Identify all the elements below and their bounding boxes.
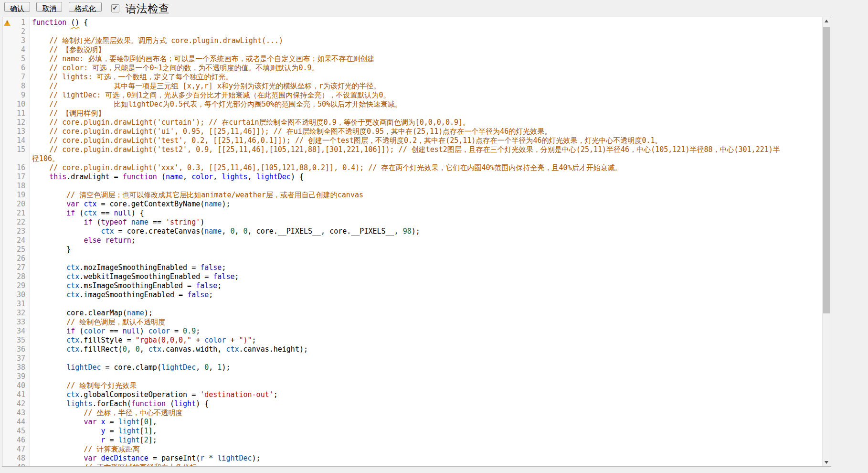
- code-token: core.clearMap(: [32, 309, 127, 317]
- code-line: 8 // 其中每一项是三元组 [x,y,r] x和y分别为该灯光的横纵坐标，r为…: [2, 82, 822, 91]
- syntax-check-label[interactable]: 语法检查: [126, 1, 169, 16]
- code-token: ctx: [84, 209, 96, 217]
- code-text: // lights: 可选，一个数组，定义了每个独立的灯光。: [32, 73, 233, 81]
- code-line: 20 var ctx = core.getContextByName(name)…: [2, 200, 822, 209]
- code-text: ctx.fillRect(0, 0, ctx.canvas.width, ctx…: [32, 345, 308, 354]
- scroll-down-button[interactable]: [823, 458, 831, 466]
- code-line: 32 core.clearMap(name);: [2, 309, 822, 318]
- code-token: [: [140, 427, 144, 435]
- lint-warning-icon[interactable]: [4, 20, 11, 26]
- code-token: [32, 218, 84, 226]
- code-token: [32, 427, 101, 435]
- code-token: lights: [66, 399, 92, 408]
- line-number: 24: [2, 236, 25, 245]
- code-token: lightDec: [161, 363, 196, 372]
- code-token: [: [140, 436, 144, 444]
- code-token: .globalCompositeOperation =: [79, 390, 200, 399]
- code-line: 44 var x = light[0],: [2, 418, 822, 427]
- scroll-up-button[interactable]: [823, 17, 831, 25]
- code-token: ;: [209, 290, 213, 299]
- code-token: this: [49, 172, 66, 181]
- line-number: 19: [2, 191, 25, 200]
- line-number: 3: [2, 36, 25, 45]
- code-token: // 坐标，半径，中心不透明度: [32, 408, 182, 417]
- code-line: 13 // core.plugin.drawLight('ui', 0.95, …: [2, 127, 822, 136]
- code-text: if (ctx == null) {: [32, 209, 144, 217]
- code-token: 0: [144, 418, 148, 426]
- code-text: }: [32, 245, 71, 254]
- code-token: .drawLight =: [66, 172, 122, 181]
- format-button[interactable]: 格式化: [69, 2, 102, 12]
- code-line: 40 // 绘制每个灯光效果: [2, 381, 822, 390]
- code-token: light: [174, 399, 196, 408]
- code-token: ctx: [66, 345, 79, 354]
- code-token: .msImageSmoothingEnabled =: [79, 281, 196, 290]
- code-token: .imageSmoothingEnabled =: [79, 290, 187, 299]
- line-number: 26: [2, 254, 25, 263]
- line-number: 25: [2, 245, 25, 254]
- code-token: ctx: [66, 290, 79, 299]
- code-token: (: [157, 172, 166, 181]
- line-number: 9: [2, 91, 25, 100]
- code-token: name: [127, 309, 144, 317]
- code-token: // 比如lightDec为0.5代表，每个灯光部分内圈50%的范围全亮，50%…: [32, 100, 402, 108]
- code-token: 0: [123, 345, 127, 354]
- code-token: [127, 218, 131, 226]
- syntax-check-checkbox[interactable]: ✓: [111, 4, 119, 12]
- code-token: // 计算衰减距离: [32, 445, 139, 453]
- line-number: 46: [2, 436, 25, 445]
- code-text: // 正方形区域的直径和左上角坐标: [32, 463, 197, 466]
- cancel-button[interactable]: 取消: [36, 2, 62, 12]
- code-token: var: [84, 454, 96, 462]
- code-token: ")": [239, 336, 252, 344]
- code-token: ) {: [291, 172, 304, 181]
- code-token: var: [84, 418, 96, 426]
- confirm-button[interactable]: 确认: [4, 2, 30, 12]
- vertical-scrollbar[interactable]: [822, 17, 831, 466]
- code-line: 1function () {: [2, 18, 822, 27]
- code-text: lights.forEach(function (light) {: [32, 399, 209, 408]
- code-text: // name: 必填，要绘制到的画布名；可以是一个系统画布，或者是个自定义画布…: [32, 54, 374, 63]
- scrollbar-thumb[interactable]: [823, 27, 830, 313]
- code-token: ,: [209, 363, 217, 372]
- code-text: // 坐标，半径，中心不透明度: [32, 408, 182, 417]
- code-token: // color: 可选，只能是一个0~1之间的数，为不透明度的值。不填则默认为…: [32, 64, 319, 72]
- code-line: 49 // 正方形区域的直径和左上角坐标: [2, 463, 822, 466]
- line-number: 5: [2, 54, 25, 64]
- line-number: 47: [2, 445, 25, 454]
- code-token: r: [101, 436, 106, 444]
- code-token: name: [166, 172, 183, 181]
- code-token: ctx: [148, 345, 161, 354]
- code-token: color: [84, 327, 105, 335]
- code-token: ],: [148, 427, 157, 435]
- code-text: ctx.fillStyle = "rgba(0,0,0," + color + …: [32, 336, 256, 344]
- code-text: // 【参数说明】: [32, 45, 105, 54]
- line-number: 11: [2, 109, 25, 118]
- code-line: 9 // lightDec: 可选，0到1之间，光从多少百分比才开始衰减（在此范…: [2, 91, 822, 100]
- code-token: *: [204, 454, 217, 462]
- code-token: }: [32, 245, 71, 254]
- code-token: x: [101, 418, 106, 426]
- code-token: .fillRect(: [79, 345, 122, 354]
- code-text: ctx = core.createCanvas(name, 0, 0, core…: [32, 227, 420, 236]
- code-lines[interactable]: 1function () {23 // 绘制灯光/漆黑层效果。调用方式 core…: [2, 18, 822, 466]
- line-number: 28: [2, 272, 25, 281]
- code-token: // core.plugin.drawLight('xxx', 0.3, [[2…: [32, 163, 622, 172]
- line-number: 21: [2, 209, 25, 218]
- code-token: ,: [183, 172, 191, 181]
- code-line: 42 lights.forEach(function (light) {: [2, 399, 822, 408]
- code-text: // core.plugin.drawLight('test', 0.2, [[…: [32, 136, 662, 145]
- code-token: ) {: [131, 209, 144, 217]
- code-token: false: [196, 281, 217, 290]
- code-token: [66, 18, 71, 27]
- code-line: 16 // core.plugin.drawLight('xxx', 0.3, …: [2, 163, 822, 172]
- code-token: ) {: [196, 399, 209, 408]
- code-line: 31: [2, 300, 822, 309]
- line-number: 15: [2, 145, 25, 154]
- code-line: 2: [2, 27, 822, 36]
- code-token: {: [79, 18, 88, 27]
- code-line: 45 y = light[1],: [2, 427, 822, 436]
- code-token: if: [84, 218, 92, 226]
- code-editor[interactable]: 1function () {23 // 绘制灯光/漆黑层效果。调用方式 core…: [2, 17, 831, 467]
- code-token: (: [92, 218, 101, 226]
